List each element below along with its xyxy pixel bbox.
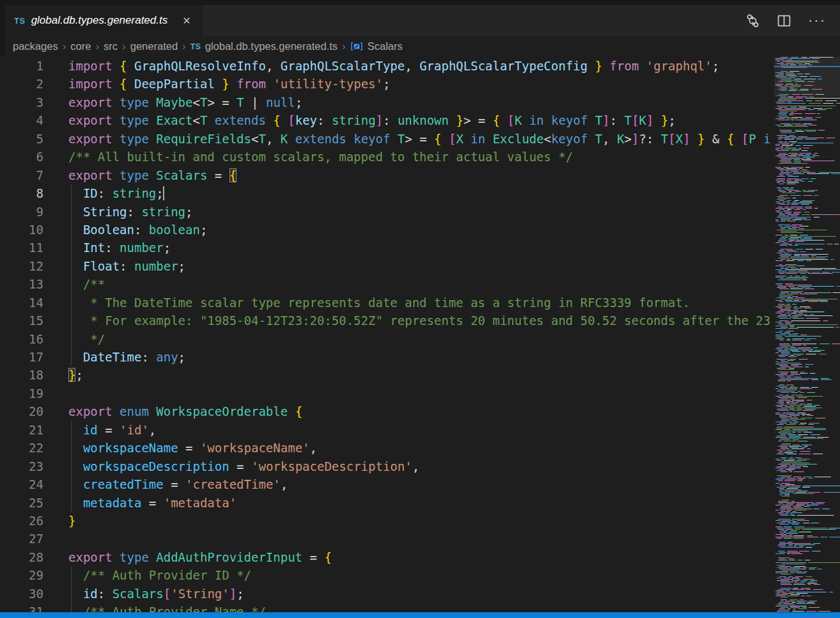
code-line[interactable]: id = 'id', (68, 421, 770, 439)
line-number[interactable]: 19 (0, 384, 43, 402)
code-line[interactable]: * For example: "1985-04-12T23:20:50.52Z"… (68, 312, 770, 329)
line-number[interactable]: 16 (0, 330, 43, 348)
line-number[interactable]: 5 (0, 130, 43, 148)
line-number[interactable]: 18 (0, 366, 43, 384)
code-line[interactable]: Int: number; (68, 239, 770, 257)
indent-guide (71, 603, 72, 612)
split-editor-icon[interactable] (777, 13, 791, 28)
code-line[interactable]: */ (68, 330, 770, 348)
indent-guide (71, 257, 72, 275)
line-number[interactable]: 14 (0, 294, 43, 312)
line-number[interactable]: 12 (0, 257, 43, 275)
line-number[interactable]: 1 (0, 57, 43, 75)
indent-guide (71, 585, 72, 603)
line-number[interactable]: 25 (0, 494, 43, 512)
line-number[interactable]: 15 (0, 312, 43, 329)
line-number-gutter[interactable]: 1234567891011121314151617181920212223242… (0, 57, 43, 618)
indent-guide (71, 294, 72, 312)
line-number[interactable]: 8 (0, 184, 43, 202)
line-number[interactable]: 2 (0, 75, 43, 93)
line-number[interactable]: 17 (0, 348, 43, 366)
chevron-right-icon: › (95, 40, 99, 53)
line-number[interactable]: 13 (0, 275, 43, 293)
code-line[interactable]: export type AddAuthProviderInput = { (68, 548, 770, 566)
breadcrumb-filename[interactable]: global.db.types.generated.ts (205, 40, 338, 52)
line-number[interactable]: 26 (0, 512, 43, 530)
typescript-file-icon: TS (14, 16, 26, 26)
minimap[interactable] (774, 57, 840, 612)
code-line[interactable]: } (68, 512, 770, 530)
indent-guide (71, 457, 72, 475)
breadcrumb-generated[interactable]: generated (130, 40, 178, 52)
breadcrumb-packages[interactable]: packages (13, 40, 58, 52)
line-number[interactable]: 23 (0, 457, 43, 475)
minimap-slider[interactable] (774, 57, 840, 97)
code-line[interactable]: workspaceDescription = 'workspaceDescrip… (68, 457, 770, 475)
breadcrumb-src[interactable]: src (104, 40, 118, 52)
indent-guide (71, 475, 72, 493)
code-line[interactable]: export enum WorkspaceOrderable { (68, 402, 770, 420)
more-actions-icon[interactable]: ··· (808, 17, 826, 24)
chevron-right-icon: › (122, 40, 126, 53)
code-line[interactable]: Float: number; (68, 257, 770, 275)
line-number[interactable]: 28 (0, 548, 43, 566)
editor-tab-bar: TS global.db.types.generated.ts ✕ ··· (5, 5, 840, 36)
indent-guide (71, 566, 72, 584)
code-line[interactable]: String: string; (68, 203, 770, 221)
breadcrumb-symbol-scalars[interactable]: Scalars (368, 40, 403, 52)
code-line[interactable]: id: Scalars['String']; (68, 585, 770, 603)
code-line[interactable]: }; (68, 366, 770, 384)
code-line[interactable] (68, 530, 770, 548)
line-number[interactable]: 3 (0, 93, 43, 111)
code-editor[interactable]: 1234567891011121314151617181920212223242… (0, 57, 774, 612)
minimap-canvas (774, 57, 840, 612)
open-changes-icon[interactable] (745, 13, 760, 28)
line-number[interactable]: 6 (0, 148, 43, 166)
breadcrumb-core[interactable]: core (70, 40, 91, 52)
code-line[interactable]: ID: string; (68, 184, 770, 202)
code-line[interactable]: DateTime: any; (68, 348, 770, 366)
code-line[interactable]: export type Maybe<T> = T | null; (68, 93, 770, 111)
line-number[interactable]: 7 (0, 166, 43, 184)
line-number[interactable]: 11 (0, 239, 43, 257)
code-line[interactable]: Boolean: boolean; (68, 221, 770, 239)
line-number[interactable]: 22 (0, 439, 43, 457)
code-line[interactable]: import { GraphQLResolveInfo, GraphQLScal… (68, 57, 770, 75)
chevron-right-icon: › (182, 40, 186, 53)
line-number[interactable]: 30 (0, 585, 43, 603)
line-number[interactable]: 24 (0, 475, 43, 493)
code-line[interactable]: workspaceName = 'workspaceName', (68, 439, 770, 457)
editor-actions: ··· (745, 5, 840, 36)
code-line[interactable]: createdTime = 'createdTime', (68, 475, 770, 493)
code-lines[interactable]: import { GraphQLResolveInfo, GraphQLScal… (68, 57, 770, 612)
code-line[interactable]: import { DeepPartial } from 'utility-typ… (68, 75, 770, 93)
code-line[interactable]: metadata = 'metadata' (68, 494, 770, 512)
line-number[interactable]: 20 (0, 402, 43, 420)
code-line[interactable] (68, 384, 770, 402)
line-number[interactable]: 27 (0, 530, 43, 548)
tab-title: global.db.types.generated.ts (31, 14, 168, 27)
code-line[interactable]: /** Auth Provider ID */ (68, 566, 770, 584)
code-line[interactable]: export type Exact<T extends { [key: stri… (68, 111, 770, 129)
line-number[interactable]: 29 (0, 566, 43, 584)
line-number[interactable]: 10 (0, 221, 43, 239)
indent-guide (71, 221, 72, 239)
code-line[interactable]: export type Scalars = { (68, 166, 770, 184)
text-cursor (163, 186, 164, 200)
indent-guide (71, 312, 72, 329)
code-line[interactable]: * The DateTime scalar type represents da… (68, 294, 770, 312)
breadcrumb: packages › core › src › generated › TS g… (5, 36, 770, 57)
close-tab-icon[interactable]: ✕ (180, 13, 193, 28)
chevron-right-icon: › (63, 40, 66, 53)
indent-guide (71, 275, 72, 293)
line-number[interactable]: 9 (0, 203, 43, 221)
code-line[interactable]: export type RequireFields<T, K extends k… (68, 130, 770, 148)
tab-global-db-types[interactable]: TS global.db.types.generated.ts ✕ (5, 5, 203, 36)
indent-guide (71, 494, 72, 512)
code-line[interactable]: /** All built-in and custom scalars, map… (68, 148, 770, 166)
line-number[interactable]: 21 (0, 421, 43, 439)
code-line[interactable]: /** (68, 275, 770, 293)
code-line[interactable]: /** Auth Provider Name */ (68, 603, 770, 612)
status-bar-edge (0, 612, 840, 618)
line-number[interactable]: 4 (0, 111, 43, 129)
